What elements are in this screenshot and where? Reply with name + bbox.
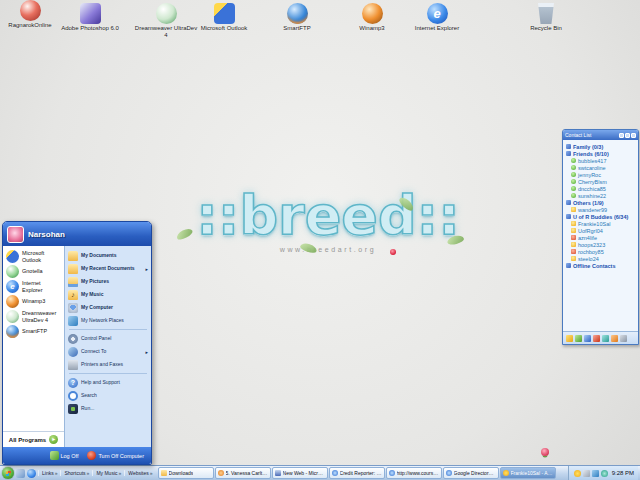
place-label: Connect To <box>81 349 106 355</box>
turn-off-button[interactable]: Turn Off Computer <box>87 451 144 460</box>
chevron-icon: » <box>119 470 122 476</box>
taskbar-task-button[interactable]: 5. Vanessa Carlton ... <box>215 467 271 479</box>
start-menu-app-item[interactable]: Internet Explorer <box>3 279 64 294</box>
start-menu-app-item[interactable]: SmartFTP <box>3 324 64 339</box>
submenu-arrow-icon: ▸ <box>145 349 148 355</box>
desktop-icon[interactable]: SmartFTP <box>265 3 329 32</box>
start-menu-place-item[interactable] <box>69 329 147 330</box>
buddy-list-row[interactable]: wanderer99 <box>564 206 637 213</box>
close-button[interactable] <box>631 133 636 138</box>
contact-list-titlebar[interactable]: Contact List <box>563 130 638 140</box>
winamp-icon <box>218 470 224 476</box>
desktop-icon-label: SmartFTP <box>265 25 329 32</box>
task-label: Credit Reporter: Ban... <box>340 470 382 476</box>
rose-icon <box>541 448 549 456</box>
start-menu-place-item[interactable]: Printers and Faxes <box>65 358 151 371</box>
dreamweaver-icon <box>156 3 177 24</box>
buddy-list-row[interactable]: Friends (6/10) <box>564 150 637 157</box>
buddy-list-row[interactable]: Family (0/3) <box>564 143 637 150</box>
buddy-list-row[interactable]: Offline Contacts <box>564 262 637 269</box>
desktop-icon[interactable]: Internet Explorer <box>405 3 469 32</box>
buddy-list-row[interactable]: U of R Buddies (6/34) <box>564 213 637 220</box>
taskbar-toolbar[interactable]: My Music » <box>92 470 124 476</box>
power-icon <box>87 451 96 460</box>
toolbar-label: Links <box>42 470 54 476</box>
buddy-list-row[interactable]: bubbles417 <box>564 157 637 164</box>
log-off-button[interactable]: Log Off <box>50 451 79 460</box>
start-menu-place-item[interactable]: Search <box>65 389 151 402</box>
my-pictures-icon <box>68 277 78 287</box>
taskbar-toolbar[interactable]: Shortcuts » <box>60 470 92 476</box>
taskbar-toolbar[interactable]: Links » <box>38 470 60 476</box>
desktop-icon[interactable]: Dreamweaver UltraDev 4 <box>134 3 198 39</box>
group-icon <box>566 151 571 156</box>
start-menu-place-item[interactable]: My Recent Documents ▸ <box>65 262 151 275</box>
tray-icons <box>574 470 608 477</box>
buddy-list-row[interactable]: hoops2323 <box>564 241 637 248</box>
maximize-button[interactable] <box>625 133 630 138</box>
start-menu-place-item[interactable]: My Music <box>65 288 151 301</box>
place-label: My Computer <box>81 305 113 311</box>
start-menu-place-item[interactable]: My Computer <box>65 301 151 314</box>
buddy-list-row[interactable]: CherryBlsm <box>564 178 637 185</box>
internet-explorer-icon <box>427 3 448 24</box>
buddy-list-row[interactable]: swtcaroline <box>564 164 637 171</box>
network-places-icon <box>68 316 78 326</box>
buddy-list-row[interactable]: jennyRoc <box>564 171 637 178</box>
start-menu-app-item[interactable]: Microsoft Outlook <box>3 249 64 264</box>
start-menu-place-item[interactable]: Control Panel <box>65 332 151 345</box>
online-status-icon <box>571 165 576 170</box>
group-icon <box>566 214 571 219</box>
desktop-icon[interactable]: Microsoft Outlook <box>192 3 256 32</box>
web-editor-icon <box>275 470 281 476</box>
minimize-button[interactable] <box>619 133 624 138</box>
app-label: Winamp3 <box>22 298 45 304</box>
start-menu-app-item[interactable]: Gnotella <box>3 264 64 279</box>
desktop-icon-label: Internet Explorer <box>405 25 469 32</box>
taskbar-toolbar[interactable]: Websites » <box>124 470 155 476</box>
ragnarok-online-icon <box>20 0 41 21</box>
all-programs-button[interactable]: All Programs ▸ <box>3 431 64 447</box>
taskbar-task-button[interactable]: Google Directory - C... <box>443 467 499 479</box>
desktop-icon[interactable]: Adobe Photoshop 6.0 <box>58 3 122 32</box>
buddy-list-row[interactable]: dncchica85 <box>564 185 637 192</box>
desktop-icon[interactable]: RagnarokOnline <box>0 0 62 29</box>
internet-explorer-icon <box>389 470 395 476</box>
my-computer-icon <box>68 303 78 313</box>
buddy-list-row[interactable]: UofRgrl04 <box>564 227 637 234</box>
recycle-bin-icon <box>536 3 557 24</box>
taskbar-task-button[interactable]: Frankie10Sal - AIM <box>500 467 556 479</box>
app-label: Gnotella <box>22 268 43 274</box>
taskbar-task-button[interactable]: Credit Reporter: Ban... <box>329 467 385 479</box>
start-button[interactable] <box>2 467 14 479</box>
start-menu-place-item[interactable]: My Network Places <box>65 314 151 327</box>
taskbar-task-button[interactable]: Downloads <box>158 467 214 479</box>
buddy-list-row[interactable]: Frankie10Sal <box>564 220 637 227</box>
online-status-icon <box>571 158 576 163</box>
folder-icon <box>161 470 167 476</box>
buddy-list-row[interactable]: azn4life <box>564 234 637 241</box>
start-menu-app-item[interactable]: Winamp3 <box>3 294 64 309</box>
start-menu-place-item[interactable]: Connect To ▸ <box>65 345 151 358</box>
buddy-list-row[interactable]: Others (1/9) <box>564 199 637 206</box>
taskbar-task-button[interactable]: http://www.courses... <box>386 467 442 479</box>
internet-explorer-icon <box>6 280 19 293</box>
away-status-icon <box>571 249 576 254</box>
start-menu-place-item[interactable]: My Documents <box>65 249 151 262</box>
start-menu-place-item[interactable]: Help and Support <box>65 376 151 389</box>
start-menu-place-item[interactable] <box>69 373 147 374</box>
start-menu-place-item[interactable]: My Pictures <box>65 275 151 288</box>
buddy-list-row[interactable]: sunshine22 <box>564 192 637 199</box>
buddy-list-row[interactable]: steelo24 <box>564 255 637 262</box>
aim-status-icon <box>571 221 576 226</box>
taskbar-clock[interactable]: 9:28 PM <box>612 470 634 476</box>
system-tray: 9:28 PM <box>568 466 638 480</box>
start-menu-app-item[interactable]: Dreamweaver UltraDev 4 <box>3 309 64 324</box>
desktop-icon[interactable]: Recycle Bin <box>514 3 578 32</box>
buddy-list-row[interactable]: rochboy85 <box>564 248 637 255</box>
desktop-icon[interactable]: Winamp3 <box>340 3 404 32</box>
taskbar-task-button[interactable]: New Web - Microsof... <box>272 467 328 479</box>
buddy-label: Others (1/9) <box>573 200 604 206</box>
buddy-label: bubbles417 <box>578 158 606 164</box>
start-menu-place-item[interactable]: Run... <box>65 402 151 415</box>
